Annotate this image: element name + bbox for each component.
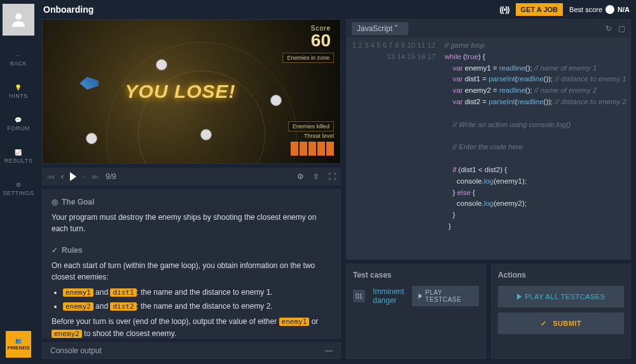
rule-bullet: enemy2 and dist2: the name and the dista… bbox=[63, 300, 331, 313]
testcase-name[interactable]: Imminent danger bbox=[373, 287, 404, 305]
chart-icon: 📈 bbox=[15, 149, 22, 156]
best-score-value: N/A bbox=[618, 6, 630, 13]
code-body[interactable]: // game loop while (true) { var enemy1 =… bbox=[441, 37, 630, 259]
left-sidebar: ← BACK 💡 HINTS 💬 FORUM 📈 RESULTS ⚙ SETTI… bbox=[0, 0, 37, 364]
testcase-row: 01 Imminent danger PLAY TESTCASE bbox=[353, 286, 479, 306]
console-title: Console output bbox=[50, 346, 102, 355]
minimize-icon[interactable]: — bbox=[325, 346, 333, 355]
best-score: Best score N/A bbox=[569, 5, 630, 14]
page-title: Onboarding bbox=[43, 4, 93, 15]
score-value: 60 bbox=[311, 32, 331, 50]
rewind-icon[interactable]: ⏮ bbox=[47, 172, 55, 181]
bulb-icon: 💡 bbox=[15, 84, 22, 91]
playback-bar: ⏮ ‹ › ⏭ 9/9 ⚙ ⇪ ⛶ bbox=[42, 168, 341, 185]
check-icon bbox=[541, 320, 550, 328]
code-editor: JavaScript ˅ ↻ ▢ 1 2 3 4 5 6 7 8 9 10 11… bbox=[346, 19, 631, 260]
fullscreen-icon[interactable]: ⛶ bbox=[328, 172, 336, 181]
line-gutter: 1 2 3 4 5 6 7 8 9 10 11 12 13 14 15 16 1… bbox=[347, 37, 441, 259]
sidebar-label: FRIENDS bbox=[7, 345, 29, 351]
hud-threat-bars bbox=[291, 142, 334, 156]
step-back-icon[interactable]: ‹ bbox=[61, 172, 64, 181]
sidebar-label: FORUM bbox=[7, 125, 30, 131]
enemy-icon bbox=[200, 129, 212, 140]
sidebar-label: RESULTS bbox=[4, 158, 32, 164]
testcase-number: 01 bbox=[353, 290, 365, 302]
hud-threat-label: Threat level bbox=[304, 133, 334, 139]
hud-enemies-zone: Enemies in zone bbox=[282, 53, 334, 63]
get-job-button[interactable]: GET A JOB bbox=[516, 3, 563, 16]
best-score-label: Best score bbox=[569, 6, 602, 13]
var-chip: enemy1 bbox=[63, 288, 93, 297]
share-icon[interactable]: ⇪ bbox=[313, 172, 319, 181]
testcases-panel: Test cases 01 Imminent danger PLAY TESTC… bbox=[346, 264, 486, 359]
language-selector[interactable]: JavaScript ˅ bbox=[352, 22, 408, 35]
testcases-title: Test cases bbox=[353, 271, 479, 280]
game-viewer: YOU LOSE! Score 60 Enemies in zone Enemi… bbox=[42, 19, 341, 164]
score-dot-icon bbox=[605, 5, 614, 14]
expand-icon[interactable]: ▢ bbox=[618, 24, 625, 33]
back-arrow-icon: ← bbox=[15, 52, 22, 58]
goal-text: Your program must destroy the enemy ship… bbox=[52, 212, 331, 234]
lose-banner: YOU LOSE! bbox=[125, 81, 236, 102]
sidebar-label: HINTS bbox=[9, 93, 28, 99]
play-button[interactable] bbox=[70, 172, 76, 181]
sidebar-settings[interactable]: ⚙ SETTINGS bbox=[3, 182, 34, 196]
instructions-panel: ◎ The Goal Your program must destroy the… bbox=[42, 189, 341, 339]
sidebar-label: BACK bbox=[10, 60, 27, 67]
submit-button[interactable]: SUBMIT bbox=[498, 313, 624, 334]
actions-panel: Actions PLAY ALL TESTCASES SUBMIT bbox=[491, 264, 631, 359]
sidebar-results[interactable]: 📈 RESULTS bbox=[4, 149, 32, 164]
top-bar: Onboarding ((•)) GET A JOB Best score N/… bbox=[37, 0, 636, 19]
goal-heading: ◎ The Goal bbox=[52, 196, 331, 208]
sidebar-back[interactable]: ← BACK bbox=[10, 52, 27, 67]
rule-bullet: enemy1 and dist1: the name and the dista… bbox=[63, 286, 331, 299]
console-output-bar[interactable]: Console output — bbox=[42, 342, 341, 359]
var-chip: dist1 bbox=[110, 288, 136, 297]
sidebar-hints[interactable]: 💡 HINTS bbox=[9, 84, 28, 99]
avatar[interactable] bbox=[3, 4, 34, 36]
step-forward-icon[interactable]: › bbox=[83, 172, 85, 181]
frame-counter: 9/9 bbox=[106, 172, 116, 181]
play-all-button[interactable]: PLAY ALL TESTCASES bbox=[498, 286, 624, 307]
var-chip: enemy2 bbox=[63, 302, 93, 311]
friends-icon: 👥 bbox=[15, 338, 22, 344]
chat-icon: 💬 bbox=[15, 117, 22, 123]
check-icon: ✓ bbox=[52, 245, 58, 256]
target-icon: ◎ bbox=[52, 196, 58, 208]
sidebar-friends[interactable]: 👥 FRIENDS bbox=[6, 331, 31, 358]
var-chip: dist2 bbox=[110, 302, 136, 311]
rules-heading: ✓ Rules bbox=[52, 245, 331, 256]
gear-icon: ⚙ bbox=[16, 182, 22, 188]
rules-intro: On each start of turn (within the game l… bbox=[52, 260, 331, 283]
enemy-icon bbox=[86, 133, 97, 144]
fast-forward-icon[interactable]: ⏭ bbox=[92, 172, 99, 181]
enemy-icon bbox=[270, 95, 282, 106]
settings-icon[interactable]: ⚙ bbox=[297, 172, 304, 181]
spaceship-icon bbox=[80, 77, 99, 90]
hud-enemies-killed: Enemies killed bbox=[288, 121, 334, 131]
hud-score: Score 60 bbox=[311, 25, 331, 50]
chevron-down-icon: ˅ bbox=[394, 24, 398, 33]
sidebar-forum[interactable]: 💬 FORUM bbox=[7, 117, 30, 131]
live-icon[interactable]: ((•)) bbox=[499, 5, 509, 14]
play-icon bbox=[517, 293, 522, 300]
play-icon bbox=[418, 293, 422, 299]
user-icon bbox=[9, 10, 28, 29]
rules-output: Before your turn is over (end of the loo… bbox=[52, 316, 331, 339]
refresh-icon[interactable]: ↻ bbox=[605, 24, 612, 33]
var-chip: enemy1 bbox=[279, 318, 310, 326]
var-chip: enemy2 bbox=[52, 330, 82, 338]
svg-point-0 bbox=[15, 13, 22, 20]
sidebar-label: SETTINGS bbox=[3, 190, 34, 196]
play-testcase-button[interactable]: PLAY TESTCASE bbox=[412, 286, 479, 306]
enemy-icon bbox=[156, 59, 167, 71]
actions-title: Actions bbox=[498, 271, 624, 280]
